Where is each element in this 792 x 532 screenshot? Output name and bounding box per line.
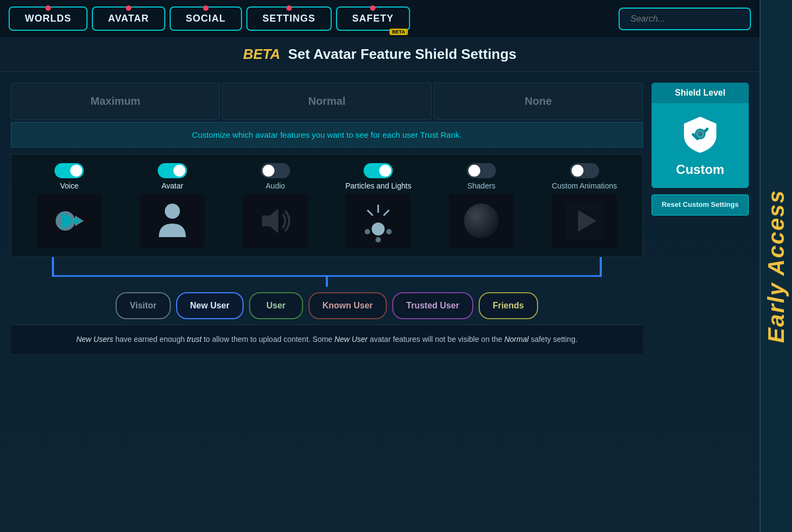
desc-trust: trust [187, 335, 202, 344]
feature-icon-shaders [449, 194, 514, 248]
feature-icon-voice [37, 194, 102, 248]
nav-tab-avatar[interactable]: AVATAR [92, 6, 165, 31]
search-input[interactable] [619, 8, 751, 30]
nav-tab-social[interactable]: SOCIAL [170, 6, 242, 31]
desc-text2: have earned enough [113, 335, 187, 344]
trust-btn-user[interactable]: User [249, 292, 303, 319]
svg-point-4 [165, 204, 180, 219]
info-bar: Customize which avatar features you want… [11, 122, 643, 147]
trust-ranks: Visitor New User User Known User Trusted… [11, 287, 643, 325]
svg-line-8 [384, 210, 389, 216]
features-area: Voice [11, 154, 643, 257]
early-access-text: Early Access [763, 190, 789, 343]
main-panel: Maximum Normal None Customize which avat… [11, 83, 643, 354]
preset-normal[interactable]: Normal [222, 83, 431, 120]
shield-panel: Shield Level [652, 83, 749, 354]
svg-point-10 [386, 229, 392, 234]
preset-none[interactable]: None [434, 83, 643, 120]
toggle-particles[interactable] [364, 163, 393, 178]
content-area: Maximum Normal None Customize which avat… [0, 72, 760, 354]
trust-btn-new-user[interactable]: New User [176, 292, 244, 319]
desc-new-user2: New User [334, 335, 367, 344]
nav-tab-settings[interactable]: SETTINGS [246, 6, 332, 31]
trust-btn-known-user[interactable]: Known User [308, 292, 387, 319]
toggle-custom-animations[interactable] [570, 163, 599, 178]
shield-level-name: Custom [676, 162, 724, 177]
svg-line-7 [367, 210, 373, 216]
svg-point-18 [697, 131, 703, 137]
description-bar: New Users have earned enough trust to al… [11, 325, 643, 354]
feature-label-audio: Audio [266, 181, 285, 191]
feature-label-shaders: Shaders [467, 181, 495, 191]
nav-tab-worlds[interactable]: WORLDS [9, 6, 88, 31]
feature-icon-avatar [140, 194, 205, 248]
svg-point-12 [464, 204, 499, 238]
feature-particles: Particles and Lights [329, 163, 428, 248]
early-access-banner: Early Access [760, 0, 792, 532]
toggle-voice[interactable] [55, 163, 84, 178]
desc-new-users: New Users [76, 335, 113, 344]
beta-badge: BETA [390, 29, 408, 35]
preset-maximum[interactable]: Maximum [11, 83, 220, 120]
toggle-avatar[interactable] [158, 163, 187, 178]
page-title-bar: BETA Set Avatar Feature Shield Settings [0, 37, 760, 72]
nav-tab-safety[interactable]: SAFETY [336, 6, 410, 31]
safety-tab-wrapper: SAFETY BETA [336, 6, 410, 31]
feature-custom-animations: Custom Animations [535, 163, 634, 248]
trust-btn-visitor[interactable]: Visitor [116, 292, 171, 319]
feature-shaders: Shaders [432, 163, 531, 248]
trust-btn-friends[interactable]: Friends [479, 292, 538, 319]
feature-icon-audio [243, 194, 308, 248]
shield-icon [681, 114, 719, 157]
svg-point-5 [372, 223, 385, 235]
reset-custom-settings-button[interactable]: Reset Custom Settings [652, 194, 749, 216]
svg-point-11 [375, 237, 381, 243]
trust-btn-trusted-user[interactable]: Trusted User [392, 292, 473, 319]
desc-normal: Normal [504, 335, 528, 344]
bracket-connector [11, 257, 643, 287]
feature-audio: Audio [226, 163, 325, 248]
shield-level-header: Shield Level [652, 83, 749, 103]
feature-label-custom-animations: Custom Animations [552, 181, 617, 191]
feature-label-voice: Voice [60, 181, 78, 191]
desc-text4: to allow them to upload content. Some [202, 335, 334, 344]
feature-icon-particles [346, 194, 411, 248]
shield-presets: Maximum Normal None [11, 83, 643, 120]
feature-avatar: Avatar [123, 163, 222, 248]
feature-label-particles: Particles and Lights [345, 181, 411, 191]
top-navigation: WORLDS AVATAR SOCIAL SETTINGS SAFETY BET… [0, 0, 760, 37]
desc-text6: avatar features will not be visible on t… [368, 335, 505, 344]
feature-label-avatar: Avatar [162, 181, 183, 191]
feature-icon-custom-animations [552, 194, 617, 248]
feature-voice: Voice [20, 163, 119, 248]
toggle-audio[interactable] [261, 163, 290, 178]
shield-level-body: Custom [652, 103, 749, 188]
beta-label: BETA [243, 46, 280, 62]
page-title: Set Avatar Feature Shield Settings [288, 46, 516, 62]
toggle-shaders[interactable] [467, 163, 496, 178]
svg-point-9 [365, 229, 370, 234]
desc-text8: safety setting. [529, 335, 578, 344]
